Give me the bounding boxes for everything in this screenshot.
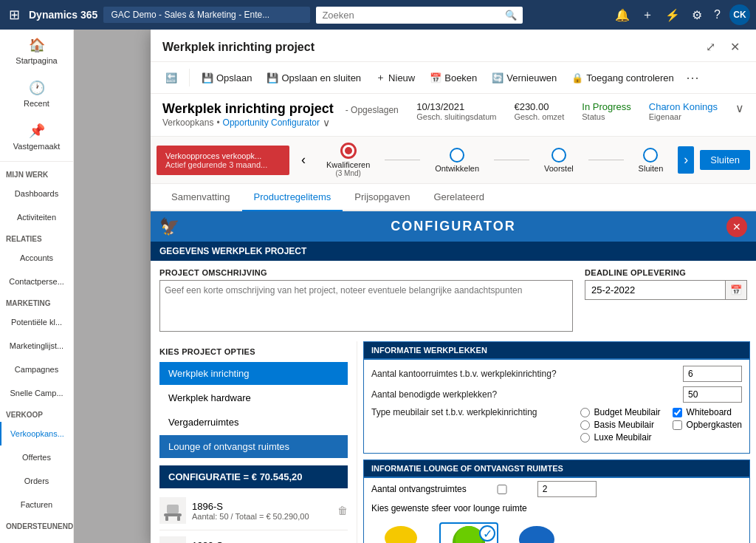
radio-luxe-input[interactable] [580, 433, 590, 443]
option-werkplek-hardware[interactable]: Werkplek hardware [159, 386, 348, 409]
lounge-info-section: INFORMATIE LOUNGE OF ONTVANGST RUIMTES A… [363, 460, 750, 543]
sidebar-item-pinned[interactable]: 📌 Vastgemaakt [0, 115, 73, 158]
close-stage-button[interactable]: Sluiten [700, 150, 750, 170]
modal-expand-button[interactable]: ⤢ [701, 38, 720, 55]
stage-voorstel[interactable]: Voorstel [529, 142, 588, 179]
settings-icon[interactable]: ⚙ [689, 5, 705, 25]
stage-sluiten[interactable]: Sluiten [624, 142, 678, 179]
kantoorruimtes-input[interactable] [683, 366, 742, 382]
sidebar-item-marketing-lists[interactable]: Marketinglijst... [0, 334, 73, 358]
new-button[interactable]: ＋ Nieuw [370, 67, 421, 88]
refresh-icon: 🔄 [492, 72, 504, 83]
meta-expand-button[interactable]: ∨ [735, 101, 744, 115]
configurator-section-title: GEGEVENS WERKPLEK PROJECT [151, 242, 756, 261]
radio-luxe[interactable]: Luxe Meubilair [580, 432, 661, 443]
tab-prijsopgaven[interactable]: Prijsopgaven [343, 184, 422, 211]
stage-prev-button[interactable]: ‹ [295, 146, 312, 174]
sidebar-item-leads[interactable]: Potentiële kl... [0, 310, 73, 334]
lounge-count-checkbox[interactable] [472, 485, 532, 494]
tab-samenvatting[interactable]: Samenvatting [159, 184, 242, 211]
chevron-down-icon: ∨ [323, 117, 330, 129]
opp-subtitle-text: Verkoopkans [162, 117, 213, 128]
sidebar-item-quick-campaigns[interactable]: Snelle Camp... [0, 381, 73, 405]
deadline-input[interactable] [585, 281, 725, 299]
stage-circle [643, 148, 658, 163]
stage-circle-target [340, 143, 357, 159]
checkbox-opbergkasten[interactable]: Opbergkasten [673, 420, 742, 430]
chair-berlijn[interactable]: BERLIJN [371, 522, 430, 543]
checkbox-opbergkasten-input[interactable] [673, 420, 682, 430]
content-area: Werkplek inrichting project ⤢ ✕ 🔙 💾 Opsl… [74, 30, 756, 543]
sidebar-item-orders[interactable]: Orders [0, 469, 73, 493]
sidebar-section-support: Ondersteunend [0, 516, 73, 533]
book-button[interactable]: 📅 Boeken [424, 69, 483, 87]
chair-tokyo[interactable]: TOKYO [507, 522, 566, 543]
environment-selector[interactable]: GAC Demo - Sales & Marketing - Ente... [103, 7, 310, 23]
grid-icon[interactable]: ⊞ [6, 4, 23, 26]
sidebar-item-recent[interactable]: 🕐 Recent [0, 72, 73, 115]
radio-basis[interactable]: Basis Meubilair [580, 420, 661, 430]
selected-check-icon: ✓ [479, 525, 495, 542]
option-werkplek-inrichting[interactable]: Werkplek inrichting [159, 362, 348, 385]
configurator-close-button[interactable]: ✕ [726, 216, 747, 237]
stage-kwalificeren[interactable]: Kwalificeren (3 Mnd) [312, 137, 385, 183]
save-close-button[interactable]: 💾 Opslaan en sluiten [261, 69, 367, 87]
back-button[interactable]: 🔙 [159, 69, 183, 87]
sidebar-item-home[interactable]: 🏠 Startpagina [0, 30, 73, 72]
product-delete-icon[interactable]: 🗑 [337, 505, 348, 516]
modal-title-actions: ⤢ ✕ [701, 38, 744, 55]
modal-close-button[interactable]: ✕ [726, 38, 744, 55]
stage-ontwikkelen[interactable]: Ontwikkelen [420, 142, 494, 179]
meta-owner-value[interactable]: Charon Konings [649, 101, 718, 112]
checkbox-whiteboard-input[interactable] [673, 408, 682, 417]
bell-icon[interactable]: 🔔 [612, 5, 633, 25]
access-button[interactable]: 🔒 Toegang controleren [566, 69, 680, 87]
sidebar-item-invoices[interactable]: Facturen [0, 493, 73, 516]
info-label: Aantal kantoorruimtes t.b.v. werkplekinr… [371, 369, 677, 379]
option-lounge[interactable]: Lounge of ontvangst ruimtes [159, 435, 348, 458]
sidebar-item-activities[interactable]: Activiteiten [0, 205, 73, 229]
search-input[interactable] [322, 10, 501, 21]
calendar-icon[interactable]: 📅 [725, 281, 746, 299]
sidebar-item-dashboards[interactable]: Dashboards [0, 182, 73, 205]
sidebar-item-accounts[interactable]: Accounts [0, 246, 73, 270]
product-name: 1980-S [192, 540, 331, 544]
werkplek-info-section: INFORMATIE WERKPLEKKEN Aantal kantoorrui… [363, 341, 750, 454]
project-description-input[interactable] [159, 280, 573, 332]
configurator-link[interactable]: Opportunity Configurator [223, 117, 320, 128]
meta-amount-label: Gesch. omzet [514, 112, 564, 121]
option-vergaderruimtes[interactable]: Vergaderruimtes [159, 411, 348, 434]
info-label: Aantal benodigde werkplekken? [371, 389, 677, 400]
project-form-row: PROJECT OMSCHRIJVING DEADLINE OPLEVERING… [151, 261, 756, 341]
plus-icon[interactable]: ＋ [639, 4, 656, 26]
user-avatar[interactable]: CK [729, 4, 750, 25]
stage-next-button[interactable]: › [678, 146, 694, 174]
sidebar-item-contacts[interactable]: Contactperse... [0, 270, 73, 293]
sidebar-item-label: Campagnes [15, 365, 58, 374]
radio-budget-input[interactable] [580, 408, 590, 417]
tab-productregelitems[interactable]: Productregelitems [242, 184, 343, 211]
checkbox-whiteboard[interactable]: Whiteboard [673, 407, 742, 417]
filter-icon[interactable]: ⚡ [662, 5, 683, 25]
sidebar-item-label: Facturen [21, 500, 52, 509]
sidebar-item-label: Dashboards [15, 189, 58, 198]
deadline-label: DEADLINE OPLEVERING [585, 268, 747, 277]
sidebar-item-campaigns[interactable]: Campagnes [0, 358, 73, 381]
project-options-list: Werkplek inrichting Werkplek hardware Ve… [151, 359, 357, 462]
project-options-header: KIES PROJECT OPTIES [151, 341, 357, 359]
werkplekken-input[interactable] [683, 386, 742, 403]
chair-rome[interactable]: ✓ ROME [439, 522, 498, 543]
sidebar-item-opportunities[interactable]: Verkoopkans... [0, 422, 73, 445]
radio-budget[interactable]: Budget Meubilair [580, 407, 661, 417]
help-icon[interactable]: ? [711, 5, 724, 24]
lounge-count-input[interactable] [537, 481, 597, 497]
product-image [159, 536, 186, 543]
sidebar-item-quotes[interactable]: Offertes [0, 445, 73, 469]
active-stage-title: Verkoopproces verkoopk... [165, 151, 281, 160]
stage-line [494, 160, 529, 160]
more-button[interactable]: ⋯ [683, 66, 702, 89]
save-button[interactable]: 💾 Opslaan [196, 69, 258, 87]
radio-basis-input[interactable] [580, 420, 590, 430]
tab-gerelateerd[interactable]: Gerelateerd [422, 184, 496, 211]
refresh-button[interactable]: 🔄 Vernieuwen [486, 69, 563, 87]
